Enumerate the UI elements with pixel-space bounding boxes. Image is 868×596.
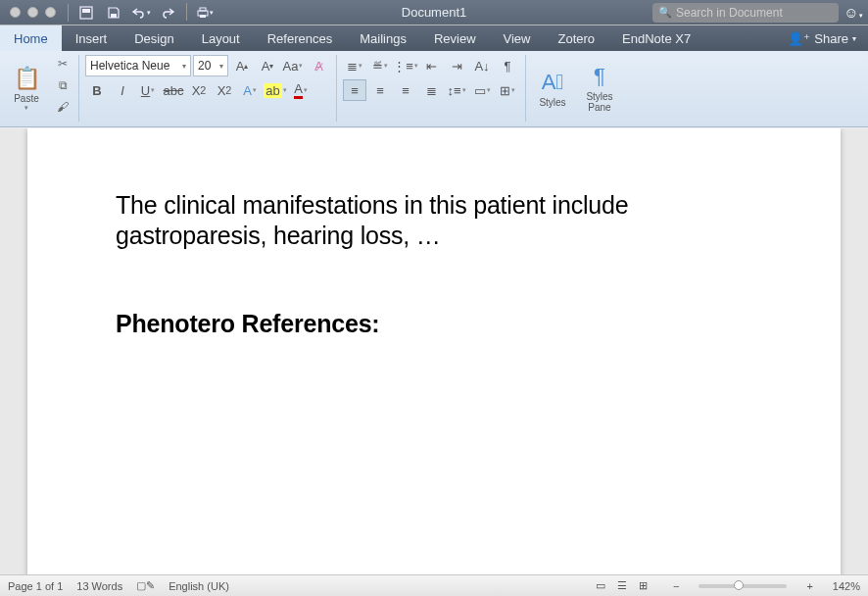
language-status[interactable]: English (UK)	[169, 580, 229, 592]
zoom-slider[interactable]	[699, 584, 787, 588]
heading[interactable]: Phenotero References:	[116, 309, 752, 339]
tab-layout[interactable]: Layout	[188, 25, 254, 51]
clear-formatting-icon[interactable]: A̷	[307, 55, 330, 76]
borders-icon[interactable]: ⊞▾	[496, 79, 519, 101]
zoom-level[interactable]: 142%	[833, 580, 860, 592]
tab-mailings[interactable]: Mailings	[346, 25, 420, 51]
zoom-in-button[interactable]: +	[800, 580, 818, 592]
page[interactable]: The clinical manifestations in this pati…	[27, 128, 841, 574]
text-effects-icon[interactable]: A▾	[238, 79, 262, 101]
focus-mode-icon[interactable]: ▭	[591, 578, 610, 594]
search-icon: 🔍	[658, 6, 672, 19]
superscript-button[interactable]: X2	[213, 79, 236, 101]
maximize-window-icon[interactable]	[45, 7, 56, 18]
web-layout-icon[interactable]: ⊞	[634, 578, 653, 594]
styles-pane-button[interactable]: ¶ Styles Pane	[579, 55, 620, 122]
tab-zotero[interactable]: Zotero	[544, 25, 608, 51]
paste-button[interactable]: 📋 Paste ▾	[6, 55, 47, 122]
close-window-icon[interactable]	[10, 7, 21, 18]
spellcheck-icon[interactable]: ▢✎	[136, 579, 155, 592]
grow-font-icon[interactable]: A▴	[230, 55, 254, 76]
styles-button[interactable]: A⃰ Styles	[532, 55, 573, 122]
font-name-dropdown[interactable]: Helvetica Neue▾	[85, 55, 191, 76]
view-buttons: ▭ ☰ ⊞	[591, 578, 653, 594]
strikethrough-button[interactable]: abc	[162, 79, 185, 101]
align-center-icon[interactable]: ≡	[368, 79, 392, 101]
tab-design[interactable]: Design	[121, 25, 187, 51]
number-list-icon[interactable]: ≝▾	[368, 55, 392, 76]
bullet-list-icon[interactable]: ≣▾	[343, 55, 366, 76]
share-button[interactable]: 👤⁺ Share ▾	[776, 25, 868, 51]
document-title: Document1	[402, 5, 466, 20]
tab-insert[interactable]: Insert	[62, 25, 121, 51]
print-layout-icon[interactable]: ☰	[612, 578, 632, 594]
cut-icon[interactable]: ✂	[53, 55, 72, 73]
share-icon: 👤⁺	[788, 31, 810, 46]
zoom-out-button[interactable]: −	[667, 580, 685, 592]
minimize-window-icon[interactable]	[27, 7, 38, 18]
shading-icon[interactable]: ▭▾	[470, 79, 494, 101]
status-bar: Page 1 of 1 13 Words ▢✎ English (UK) ▭ ☰…	[0, 574, 868, 596]
shrink-font-icon[interactable]: A▾	[256, 55, 279, 76]
line-spacing-icon[interactable]: ↕≡▾	[445, 79, 468, 101]
paragraph[interactable]: The clinical manifestations in this pati…	[116, 190, 752, 252]
print-icon[interactable]: ▾	[193, 3, 217, 23]
paragraph-group: ≣▾ ≝▾ ⋮≡▾ ⇤ ⇥ A↓ ¶ ≡ ≡ ≡ ≣ ↕≡▾ ▭▾ ⊞▾	[343, 55, 519, 101]
italic-button[interactable]: I	[111, 79, 134, 101]
window-controls	[0, 7, 66, 18]
font-color-icon[interactable]: A▾	[289, 79, 313, 101]
svg-rect-5	[200, 15, 206, 18]
ribbon-tabs: Home Insert Design Layout References Mai…	[0, 25, 868, 51]
tab-references[interactable]: References	[254, 25, 346, 51]
bold-button[interactable]: B	[85, 79, 109, 101]
increase-indent-icon[interactable]: ⇥	[445, 55, 468, 76]
document-canvas[interactable]: The clinical manifestations in this pati…	[0, 128, 868, 574]
decrease-indent-icon[interactable]: ⇤	[419, 55, 443, 76]
copy-icon[interactable]: ⧉	[53, 76, 72, 94]
quick-access-toolbar: ▾ ▾	[71, 3, 220, 23]
title-bar: ▾ ▾ Document1 🔍 Search in Document ☺▾	[0, 0, 868, 25]
align-left-icon[interactable]: ≡	[343, 79, 366, 101]
svg-rect-4	[200, 8, 206, 11]
svg-rect-2	[111, 14, 117, 18]
highlight-icon[interactable]: ab▾	[264, 79, 287, 101]
justify-icon[interactable]: ≣	[419, 79, 443, 101]
multilevel-list-icon[interactable]: ⋮≡▾	[394, 55, 417, 76]
font-size-dropdown[interactable]: 20▾	[193, 55, 228, 76]
feedback-icon[interactable]: ☺▾	[839, 4, 868, 21]
save-icon[interactable]	[102, 3, 125, 23]
underline-button[interactable]: U▾	[136, 79, 160, 101]
styles-pane-icon: ¶	[594, 64, 605, 89]
autosave-icon[interactable]	[74, 3, 98, 23]
page-status[interactable]: Page 1 of 1	[8, 580, 63, 592]
tab-home[interactable]: Home	[0, 25, 62, 51]
tab-view[interactable]: View	[490, 25, 545, 51]
tab-review[interactable]: Review	[420, 25, 490, 51]
show-marks-icon[interactable]: ¶	[496, 55, 519, 76]
redo-icon[interactable]	[157, 3, 180, 23]
font-group: Helvetica Neue▾ 20▾ A▴ A▾ Aa▾ A̷ B I U▾ …	[85, 55, 330, 101]
format-painter-icon[interactable]: 🖌	[53, 98, 72, 116]
clipboard-icon: 📋	[14, 66, 40, 91]
undo-icon[interactable]: ▾	[129, 3, 153, 23]
word-count[interactable]: 13 Words	[76, 580, 122, 592]
search-input[interactable]: 🔍 Search in Document	[652, 3, 839, 23]
ribbon: 📋 Paste ▾ ✂ ⧉ 🖌 Helvetica Neue▾ 20▾ A▴ A…	[0, 51, 868, 127]
svg-rect-1	[82, 9, 90, 13]
tab-endnote[interactable]: EndNote X7	[608, 25, 704, 51]
sort-icon[interactable]: A↓	[470, 55, 494, 76]
align-right-icon[interactable]: ≡	[394, 79, 417, 101]
styles-icon: A⃰	[542, 70, 564, 95]
subscript-button[interactable]: X2	[187, 79, 211, 101]
change-case-icon[interactable]: Aa▾	[281, 55, 305, 76]
search-placeholder: Search in Document	[676, 6, 783, 20]
